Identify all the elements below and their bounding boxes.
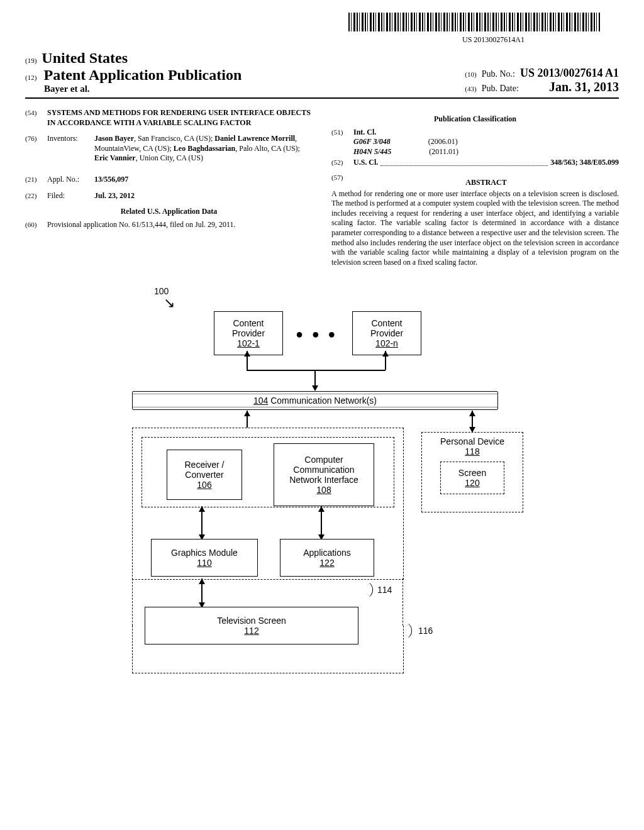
pub-date-value: Jan. 31, 2013 [524,80,619,94]
pub-no-value: US 2013/0027614 A1 [520,67,619,80]
box-content-provider-n: Content Provider 102-n [352,311,421,355]
box-communication-network: 104 Communication Network(s) [132,391,498,410]
content-provider-label: Content Provider [355,318,418,338]
tv-label: Television Screen [148,616,355,626]
receiver-label: Receiver / Converter [170,460,239,480]
inventor-loc: , San Francisco, CA (US); [134,134,214,143]
box-television-screen: Television Screen 112 [145,607,358,645]
box-applications: Applications 122 [280,539,374,577]
int-cl-class: H04N 5/445 [353,147,391,157]
ellipsis-icon: ● ● ● [296,327,338,341]
left-column: (54) SYSTEMS AND METHODS FOR RENDERING U… [25,108,313,267]
arrow-icon: ↘ [164,295,175,311]
inventor-name: Jason Bayer [94,134,134,143]
box-receiver-converter: Receiver / Converter 106 [167,450,242,500]
appl-no-label: Appl. No.: [47,175,94,185]
screen-ref: 120 [441,478,504,488]
pd-label: Personal Device [422,436,523,446]
code-57: (57) [331,173,353,188]
invention-title: SYSTEMS AND METHODS FOR RENDERING USER I… [47,108,313,128]
apps-label: Applications [283,548,371,558]
right-column: Publication Classification (51) Int. Cl.… [331,108,619,267]
leader-curve [363,583,377,597]
int-cl-class: G06F 3/048 [353,137,391,147]
ccni-label: Computer Communication Network Interface [277,455,371,485]
pub-class-heading: Publication Classification [331,114,619,124]
cp-ref-102-1: 102-1 [217,338,280,348]
inventor-loc: , Palo Alto, CA (US); [235,144,300,153]
authors-etal: Bayer et al. [44,84,242,94]
box-graphics-module: Graphics Module 110 [151,539,258,577]
header: (19) United States (12) Patent Applicati… [25,50,619,94]
pub-no-label: Pub. No.: [482,69,515,79]
inventor-loc: , Union City, CA (US) [136,153,203,162]
receiver-ref: 106 [170,480,239,490]
screen-label: Screen [441,468,504,478]
box-screen: Screen 120 [440,462,504,494]
us-cl-value: 348/563; 348/E05.099 [550,158,619,168]
abstract-heading: ABSTRACT [353,178,619,188]
code-60: (60) [25,220,47,230]
header-rule [25,97,619,99]
abstract-text: A method for rendering one or more user … [331,189,619,268]
content-provider-label: Content Provider [217,318,280,338]
inventor-name: Eric Vannier [94,153,136,162]
code-19: (19) [25,57,36,64]
filed-label: Filed: [47,191,94,201]
inventor-name: Daniel Lawrence Morrill [214,134,295,143]
us-cl-label: U.S. Cl. [353,158,378,168]
pd-ref: 118 [422,446,523,456]
bibliographic-columns: (54) SYSTEMS AND METHODS FOR RENDERING U… [25,108,619,267]
ref-114: 114 [377,585,392,595]
box-ccni: Computer Communication Network Interface… [274,443,374,506]
int-cl-date: (2006.01) [428,137,458,147]
filed-value: Jul. 23, 2012 [94,191,313,201]
inventors-list: Jason Bayer, San Francisco, CA (US); Dan… [94,134,313,163]
int-cl-label: Int. Cl. [353,128,376,136]
code-54: (54) [25,108,47,128]
barcode-area: US 20130027614A1 [25,13,619,45]
code-51: (51) [331,128,353,157]
figure-1: 100 ↘ Content Provider 102-1 ● ● ● Conte… [25,286,619,676]
graphics-ref: 110 [154,558,255,568]
code-10: (10) [465,70,476,78]
int-cl-date: (2011.01) [429,147,458,157]
appl-no-value: 13/556,097 [94,175,313,185]
cp-ref-102-n: 102-n [355,338,418,348]
country-name: United States [42,50,128,67]
network-ref: 104 [253,396,268,406]
ccni-ref: 108 [277,485,371,495]
code-43: (43) [465,85,476,92]
related-heading: Related U.S. Application Data [25,207,313,217]
code-52: (52) [331,158,353,168]
network-label: Communication Network(s) [270,396,377,406]
ref-116: 116 [418,626,433,636]
inventors-label: Inventors: [47,134,94,163]
doc-type: Patent Application Publication [44,67,242,83]
code-21: (21) [25,175,47,185]
inventor-name: Leo Baghdassarian [174,144,235,153]
box-content-provider-1: Content Provider 102-1 [214,311,283,355]
code-22: (22) [25,191,47,201]
code-12: (12) [25,74,36,81]
pub-date-label: Pub. Date: [482,84,519,94]
barcode-graphic [348,13,600,31]
apps-ref: 122 [283,558,371,568]
barcode-number: US 20130027614A1 [25,35,525,45]
leader-curve [402,624,416,638]
graphics-label: Graphics Module [154,548,255,558]
box-personal-device: Personal Device 118 Screen 120 [421,432,523,512]
provisional-text: Provisional application No. 61/513,444, … [47,220,313,230]
dotted-leader [380,158,548,166]
code-76: (76) [25,134,47,163]
tv-ref: 112 [148,626,355,636]
